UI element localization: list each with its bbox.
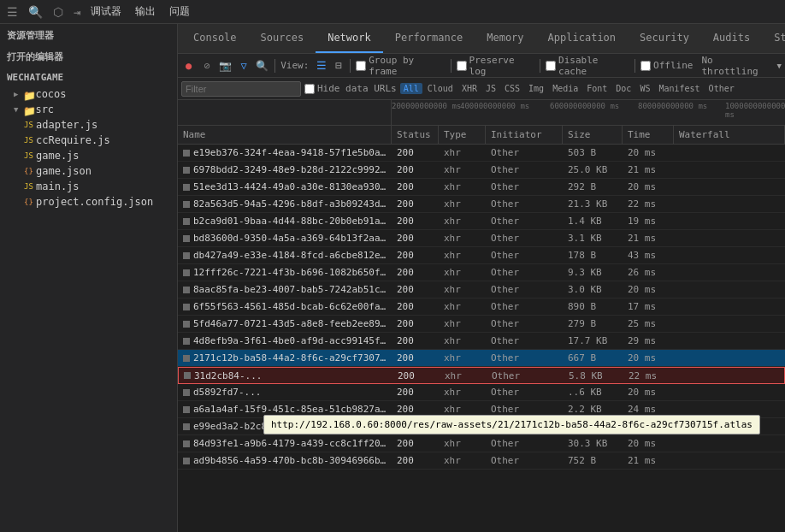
search-icon[interactable]: 🔍 bbox=[28, 5, 43, 19]
menu-issues[interactable]: 问题 bbox=[169, 4, 190, 19]
filter-ws[interactable]: WS bbox=[636, 83, 653, 94]
tab-storage[interactable]: Storage bbox=[762, 24, 785, 53]
table-row[interactable]: b2ca9d01-9baa-4d44-88bc-20b0eb91ac... 20… bbox=[178, 213, 785, 230]
th-type[interactable]: Type bbox=[439, 126, 486, 144]
row-icon bbox=[183, 389, 190, 396]
table-row[interactable]: d5892fd7-... 200 xhr Other ..6 KB 20 ms bbox=[178, 384, 785, 401]
sidebar-item-ccrequire[interactable]: JS ccRequire.js bbox=[0, 133, 177, 148]
table-row[interactable]: 5fd46a77-0721-43d5-a8e8-feeb2ee89b... 20… bbox=[178, 316, 785, 333]
hamburger-icon[interactable]: ☰ bbox=[7, 5, 18, 19]
hide-data-urls-checkbox[interactable] bbox=[304, 84, 315, 94]
tab-performance[interactable]: Performance bbox=[383, 24, 475, 53]
tab-console[interactable]: Console bbox=[181, 24, 249, 53]
view-grid-icon[interactable]: ⊟ bbox=[333, 58, 345, 73]
table-row[interactable]: 12fff26c-7221-4f3b-b696-1082b650f3a1... … bbox=[178, 264, 785, 281]
th-time[interactable]: Time bbox=[623, 126, 674, 144]
search-button[interactable]: 🔍 bbox=[255, 58, 269, 74]
group-by-frame-checkbox[interactable] bbox=[356, 61, 366, 71]
filter-manifest[interactable]: Manifest bbox=[655, 83, 703, 94]
table-row[interactable]: 51ee3d13-4424-49a0-a30e-8130ea9308... 20… bbox=[178, 179, 785, 196]
table-row[interactable]: 31d2cb84-... 200 xhr Other 5.8 KB 22 ms bbox=[178, 367, 785, 384]
filter-input[interactable] bbox=[181, 81, 301, 97]
td-status: 200 bbox=[392, 147, 439, 158]
menu-output[interactable]: 输出 bbox=[135, 4, 156, 19]
sidebar-item-src[interactable]: ▼ 📁 src bbox=[0, 102, 177, 117]
filter-js[interactable]: JS bbox=[482, 83, 499, 94]
row-icon bbox=[183, 201, 190, 208]
filter-cloud[interactable]: Cloud bbox=[424, 83, 457, 94]
filter-other[interactable]: Other bbox=[705, 83, 738, 94]
td-status: 200 bbox=[392, 421, 439, 432]
filter-font[interactable]: Font bbox=[583, 83, 611, 94]
th-name[interactable]: Name bbox=[178, 126, 392, 144]
tab-security[interactable]: Security bbox=[628, 24, 701, 53]
td-status: 200 bbox=[392, 352, 439, 364]
table-row[interactable]: 8aac85fa-be23-4007-bab5-7242ab51c5... 20… bbox=[178, 281, 785, 299]
tab-application[interactable]: Application bbox=[536, 24, 628, 53]
sidebar-open-editors-title[interactable]: 打开的编辑器 bbox=[0, 45, 177, 67]
table-row[interactable]: e99ed3a2-b2c8-4147-a508-21ef84de0f4... 2… bbox=[178, 418, 785, 435]
td-status: 200 bbox=[392, 438, 439, 449]
sidebar-project-name[interactable]: WECHATGAME bbox=[0, 67, 177, 86]
td-status: 200 bbox=[392, 233, 439, 244]
sidebar-item-cocos[interactable]: ▶ 📁 cocos bbox=[0, 86, 177, 102]
table-row[interactable]: ad9b4856-4a59-470b-bc8b-30946966bc... 20… bbox=[178, 452, 785, 470]
arrow-icon[interactable]: ⇥ bbox=[74, 5, 80, 19]
tab-audits[interactable]: Audits bbox=[701, 24, 762, 53]
th-initiator[interactable]: Initiator bbox=[486, 126, 563, 144]
filter-media[interactable]: Media bbox=[549, 83, 581, 94]
expand-arrow-cocos: ▶ bbox=[14, 90, 18, 98]
menu-debugger[interactable]: 调试器 bbox=[91, 4, 121, 19]
td-initiator: Other bbox=[486, 233, 563, 244]
row-icon bbox=[183, 355, 190, 362]
table-row[interactable]: 2171c12b-ba58-44a2-8f6c-a29cf730715... 2… bbox=[178, 350, 785, 367]
td-initiator: Other bbox=[486, 147, 563, 158]
table-row[interactable]: e19eb376-324f-4eaa-9418-57f1e5b0a35... 2… bbox=[178, 145, 785, 162]
table-row[interactable]: 6978bdd2-3249-48e9-b28d-2122c99928... 20… bbox=[178, 162, 785, 179]
disable-cache-checkbox[interactable] bbox=[546, 61, 556, 71]
table-row[interactable]: db427a49-e33e-4184-8fcd-a6cbe812ed... 20… bbox=[178, 247, 785, 264]
preserve-log-checkbox[interactable] bbox=[457, 61, 467, 71]
table-row[interactable]: 4d8efb9a-3f61-4be0-af9d-acc99145fae2... … bbox=[178, 333, 785, 350]
sidebar-item-adapter[interactable]: JS adapter.js bbox=[0, 117, 177, 133]
td-initiator: Other bbox=[486, 284, 563, 295]
devtools-tabs: Console Sources Network Performance Memo… bbox=[178, 24, 785, 54]
sidebar-item-game-js[interactable]: JS game.js bbox=[0, 148, 177, 163]
sidebar-item-main-js[interactable]: JS main.js bbox=[0, 179, 177, 194]
th-waterfall[interactable]: Waterfall bbox=[674, 126, 785, 144]
filter-button[interactable]: ▽ bbox=[236, 58, 251, 74]
table-row[interactable]: 6f55f563-4561-485d-bcab-6c62e00fa34... 2… bbox=[178, 299, 785, 316]
filter-css[interactable]: CSS bbox=[501, 83, 523, 94]
filter-doc[interactable]: Doc bbox=[612, 83, 634, 94]
record-button[interactable]: ● bbox=[181, 58, 196, 74]
table-row[interactable]: bd83600d-9350-4a5a-a369-64b13f2aa4... 20… bbox=[178, 230, 785, 247]
tab-memory[interactable]: Memory bbox=[475, 24, 535, 53]
filter-xhr[interactable]: XHR bbox=[458, 83, 481, 94]
td-type: xhr bbox=[439, 438, 486, 449]
td-size: 279 B bbox=[563, 318, 623, 329]
sidebar-explorer-title[interactable]: 资源管理器 bbox=[0, 24, 177, 45]
timeline-bar: 200000000000 ms 400000000000 ms 60000000… bbox=[392, 100, 785, 125]
table-row[interactable]: 84d93fe1-a9b6-4179-a439-cc8c1ff206aa... … bbox=[178, 435, 785, 452]
main-layout: 资源管理器 打开的编辑器 WECHATGAME ▶ 📁 cocos ▼ 📁 sr… bbox=[0, 24, 785, 532]
debug-icon[interactable]: ⬡ bbox=[53, 5, 63, 19]
table-row[interactable]: a6a1a4af-15f9-451c-85ea-51cb9827a7b... 2… bbox=[178, 401, 785, 418]
camera-button[interactable]: 📷 bbox=[218, 58, 233, 74]
stop-button[interactable]: ⊘ bbox=[199, 58, 214, 74]
sidebar-item-project-config[interactable]: {} project.config.json bbox=[0, 194, 177, 210]
filter-all[interactable]: All bbox=[400, 83, 422, 94]
tab-network[interactable]: Network bbox=[316, 24, 383, 53]
table-row[interactable]: 82a563d5-94a5-4296-b8df-a3b09243dd... 20… bbox=[178, 196, 785, 213]
sidebar-item-game-json[interactable]: {} game.json bbox=[0, 163, 177, 179]
offline-checkbox[interactable] bbox=[640, 61, 651, 71]
filter-bar: Hide data URLs All Cloud XHR JS CSS Img … bbox=[178, 78, 785, 100]
td-name: 12fff26c-7221-4f3b-b696-1082b650f3a1... bbox=[178, 267, 392, 278]
tab-sources[interactable]: Sources bbox=[249, 24, 316, 53]
th-size[interactable]: Size bbox=[563, 126, 623, 144]
td-initiator: Other bbox=[486, 335, 563, 346]
chevron-down-icon[interactable]: ▼ bbox=[777, 62, 782, 70]
th-status[interactable]: Status bbox=[392, 126, 439, 144]
view-list-icon[interactable]: ☰ bbox=[314, 58, 329, 73]
filter-img[interactable]: Img bbox=[525, 83, 547, 94]
toolbar-divider-5 bbox=[634, 59, 635, 73]
